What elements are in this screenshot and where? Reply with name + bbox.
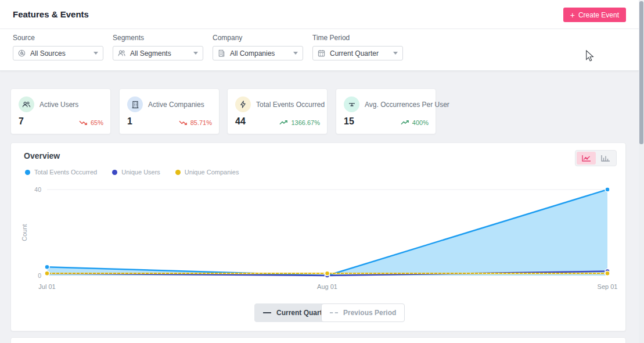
segments-select[interactable]: All Segments	[113, 46, 203, 60]
trend-icon	[179, 120, 188, 126]
stat-value: 44	[235, 116, 246, 127]
chart-type-toggle	[575, 150, 617, 166]
stat-title: Active Companies	[148, 101, 204, 109]
svg-text:Aug 01: Aug 01	[317, 283, 337, 290]
overview-title: Overview	[24, 151, 60, 160]
svg-text:Sep 01: Sep 01	[598, 283, 618, 290]
chevron-down-icon	[393, 52, 398, 55]
filter-bar: Source All Sources Segments All Segments…	[0, 29, 639, 71]
svg-text:0: 0	[38, 272, 41, 279]
solid-line-icon	[263, 312, 271, 313]
legend-unique-users[interactable]: Unique Users	[112, 169, 160, 176]
overview-area-chart[interactable]: 400CountJul 01Aug 01Sep 01	[11, 143, 627, 295]
stat-change: 400%	[401, 119, 429, 126]
next-section-card	[10, 337, 626, 343]
svg-text:40: 40	[34, 186, 41, 193]
stat-change: 1366.67%	[279, 119, 320, 126]
trend-icon	[401, 120, 409, 126]
company-icon	[218, 49, 225, 57]
source-select[interactable]: All Sources	[13, 46, 103, 60]
stat-value: 15	[344, 116, 354, 127]
legend-dot-blue	[25, 170, 30, 175]
line-chart-toggle-button[interactable]	[577, 152, 596, 165]
trend-icon	[79, 120, 88, 126]
stat-value: 1	[127, 116, 132, 127]
legend-dot-indigo	[112, 170, 117, 175]
sources-icon	[18, 49, 26, 57]
stat-card-total-events: Total Events Occurred 44 1366.67%	[227, 88, 328, 134]
segments-value: All Segments	[130, 49, 189, 58]
stat-change: 85.71%	[179, 119, 212, 126]
filter-time-period: Time Period Current Quarter	[312, 34, 405, 60]
source-label: Source	[13, 34, 106, 42]
svg-text:Jul 01: Jul 01	[38, 283, 55, 290]
legend-total-events[interactable]: Total Events Occurred	[25, 169, 97, 176]
scrollbar-track[interactable]	[639, 0, 644, 343]
svg-text:Count: Count	[21, 224, 28, 241]
plus-icon: +	[570, 11, 575, 19]
building-icon	[127, 97, 143, 112]
create-event-label: Create Event	[578, 11, 619, 19]
source-value: All Sources	[30, 49, 89, 58]
stat-change: 65%	[79, 119, 103, 126]
bar-chart-icon	[601, 155, 610, 162]
dashed-line-icon	[330, 312, 338, 313]
time-period-select[interactable]: Current Quarter	[312, 46, 403, 60]
segments-icon	[118, 49, 125, 57]
scrollbar-thumb[interactable]	[639, 1, 643, 144]
previous-period-button[interactable]: Previous Period	[321, 303, 405, 322]
stat-card-avg-occurrences: Avg. Occurrences Per User 15 400%	[336, 88, 436, 134]
page-header: Features & Events + Create Event	[0, 0, 639, 29]
users-icon	[19, 97, 34, 112]
chevron-down-icon	[93, 52, 98, 55]
stat-card-active-users: Active Users 7 65%	[10, 88, 111, 134]
segments-label: Segments	[113, 34, 206, 42]
legend-dot-yellow	[175, 170, 181, 175]
chevron-down-icon	[193, 52, 198, 55]
time-period-value: Current Quarter	[330, 49, 388, 58]
stat-value: 7	[19, 116, 24, 127]
company-label: Company	[213, 34, 305, 42]
chart-legend: Total Events Occurred Unique Users Uniqu…	[25, 169, 239, 176]
stat-title: Active Users	[39, 101, 78, 109]
lightning-icon	[235, 97, 251, 112]
calendar-icon	[318, 49, 325, 57]
stat-title: Avg. Occurrences Per User	[365, 101, 449, 109]
features-events-page: Features & Events + Create Event Source …	[0, 0, 644, 343]
chevron-down-icon	[293, 52, 298, 55]
page-title: Features & Events	[13, 9, 89, 19]
legend-unique-companies[interactable]: Unique Companies	[175, 169, 239, 176]
company-select[interactable]: All Companies	[213, 46, 303, 60]
overview-card: Overview Total Events Occurred Unique Us…	[10, 142, 626, 331]
filter-company: Company All Companies	[213, 34, 305, 60]
line-chart-icon	[582, 155, 591, 162]
time-period-label: Time Period	[312, 34, 405, 42]
filter-segments: Segments All Segments	[113, 34, 206, 60]
filter-source: Source All Sources	[13, 34, 106, 60]
trend-icon	[279, 120, 288, 126]
company-value: All Companies	[230, 49, 289, 58]
create-event-button[interactable]: + Create Event	[563, 8, 626, 22]
average-icon	[344, 97, 359, 112]
stat-card-active-companies: Active Companies 1 85.71%	[119, 88, 220, 134]
bar-chart-toggle-button[interactable]	[596, 152, 615, 165]
stat-title: Total Events Occurred	[256, 101, 325, 109]
